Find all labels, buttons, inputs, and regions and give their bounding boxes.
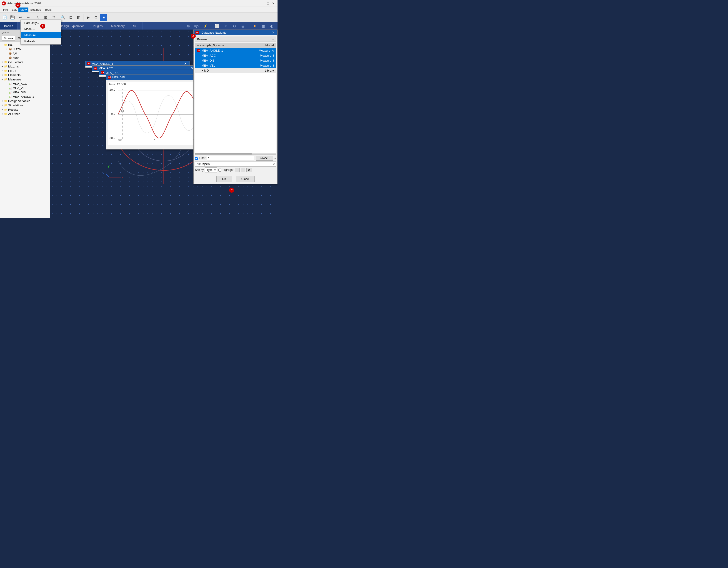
tree-toggle-results[interactable]: + — [1, 108, 4, 111]
db-filter-input[interactable] — [207, 156, 254, 160]
tab-tool-8[interactable]: ■ — [251, 22, 258, 30]
db-sortby-select[interactable]: Type — [205, 168, 217, 173]
db-browse-button[interactable]: Browse... — [256, 156, 273, 161]
app-icon: Ad — [2, 1, 6, 5]
canvas-area: x y z Ad MEA_ANGLE_1 ✕ Ad MEA_ACC ✕ — [50, 30, 278, 218]
db-row-mea-acc[interactable]: MEA_ACC Measure_I — [195, 53, 276, 58]
tree-label-mea-vel: MEA_VEL — [13, 86, 26, 90]
sidebar-tab-browse[interactable]: Browse — [2, 36, 15, 41]
minimize-button[interactable]: — — [260, 1, 265, 6]
menu-refresh[interactable]: Refresh — [21, 38, 61, 44]
tree-item-motions[interactable]: + 📁 Mo... ns — [0, 64, 50, 69]
view3d-button[interactable]: ◧ — [75, 14, 82, 21]
tree-item-simulations[interactable]: + 📁 Simulations — [0, 103, 50, 108]
db-minus-button[interactable]: - — [241, 168, 245, 172]
tree-item-mea-acc[interactable]: 📊 MEA_ACC — [0, 82, 50, 86]
tab-tool-7[interactable]: ◎ — [239, 22, 247, 30]
tree-label-design-vars: Design Variables — [8, 99, 30, 103]
tree-item-mea-vel[interactable]: 📊 MEA_VEL — [0, 86, 50, 90]
db-cell-mea-dis-name: MEA_DIS — [202, 59, 238, 62]
db-cell-mea-dis-type: Measure_I — [238, 59, 274, 62]
db-close-button[interactable]: Close — [236, 176, 255, 182]
db-object-type-select[interactable]: All Objects — [195, 162, 276, 167]
tree-item-am[interactable]: 📦 AM — [0, 51, 50, 56]
simulate-button[interactable]: ▶ — [85, 14, 92, 21]
tab-tool-3[interactable]: ⚡ — [202, 22, 209, 30]
tree-item-mea-angle[interactable]: 📊 MEA_ANGLE_1 — [0, 95, 50, 99]
tree-icon-llow: 📦 — [9, 48, 12, 51]
db-row-mea-dis[interactable]: MEA_DIS Measure_I — [195, 58, 276, 63]
tree-toggle-elements[interactable]: + — [1, 74, 4, 76]
fit-button[interactable]: ⊡ — [67, 14, 74, 21]
save-button[interactable]: 💾 — [9, 14, 16, 21]
menu-bar: File Edit View Settings Tools Part Only.… — [0, 7, 278, 13]
settings-button[interactable]: ⚙ — [92, 14, 100, 21]
db-row-spacer-dis — [197, 59, 200, 62]
tab-sim[interactable]: Si... — [129, 22, 142, 30]
tree-toggle-forces[interactable]: + — [1, 70, 4, 72]
tab-tool-2[interactable]: xyz — [193, 22, 200, 30]
tab-tool-5[interactable]: ○ — [222, 22, 229, 30]
tab-tool-10[interactable]: ◐ — [268, 22, 275, 30]
tab-tool-9[interactable]: ▦ — [260, 22, 267, 30]
tree-item-design-vars[interactable]: + 📁 Design Variables — [0, 99, 50, 103]
db-nav-close[interactable]: ✕ — [271, 31, 275, 34]
menu-view[interactable]: View — [18, 8, 28, 12]
mea-angle-close[interactable]: ✕ — [183, 62, 188, 65]
tab-bodies[interactable]: Bodies — [0, 22, 18, 30]
new-button[interactable]: 📄 — [1, 14, 8, 21]
db-highlight-checkbox[interactable] — [218, 169, 221, 172]
db-row-mdi[interactable]: + MDI Library — [195, 68, 276, 73]
tab-tool-4[interactable]: ⬜ — [213, 22, 221, 30]
menu-measure[interactable]: Measure... — [21, 32, 61, 38]
svg-text:7.5: 7.5 — [153, 138, 157, 141]
db-row-mea-vel[interactable]: MEA_VEL Measure_I — [195, 63, 276, 68]
db-browse-dropdown[interactable]: Browse ▾ — [195, 37, 276, 42]
tree-icon-measures: 📁 — [4, 78, 7, 81]
tree-toggle-simulations[interactable]: + — [1, 104, 4, 107]
tree-item-results[interactable]: + 📁 Results — [0, 108, 50, 112]
db-filter-checkbox[interactable] — [195, 157, 198, 160]
tree-item-all-other[interactable]: + 📁 All Other — [0, 112, 50, 116]
db-col1-header: − example_5_cams — [197, 44, 235, 47]
tree-label-elements: Elements — [8, 73, 20, 77]
tree-label-measures: Measures — [8, 78, 21, 81]
maximize-button[interactable]: □ — [266, 1, 270, 6]
tree-toggle-measures[interactable]: − — [1, 78, 4, 81]
tree-item-ound[interactable]: 📦 ound — [0, 56, 50, 60]
tree-toggle-motions[interactable]: + — [1, 65, 4, 68]
tab-tool-6[interactable]: ⊙ — [231, 22, 238, 30]
tab-machinery[interactable]: Machinery — [107, 22, 129, 30]
tree-item-connectors[interactable]: + 📁 Co... ectors — [0, 60, 50, 64]
tree-item-mea-dis[interactable]: 📊 MEA_DIS — [0, 90, 50, 95]
tree-toggle-bodies[interactable]: − — [1, 44, 4, 46]
tree-toggle-connectors[interactable]: + — [1, 61, 4, 63]
db-ok-button[interactable]: OK — [216, 176, 232, 182]
db-browse-arrow2[interactable]: ▾ — [274, 157, 276, 160]
tree-item-measures[interactable]: − 📁 Measures — [0, 77, 50, 82]
tree-item-elements[interactable]: + 📁 Elements — [0, 73, 50, 77]
bodies-icon[interactable]: ■ — [100, 14, 107, 21]
tree-toggle-llow[interactable]: + — [5, 48, 8, 50]
tree-toggle-design-vars[interactable]: + — [1, 100, 4, 102]
db-sortby-row: Sort by Type Highlight + - ✕ — [195, 168, 276, 173]
tree-item-llow[interactable]: + 📦 LLOW — [0, 47, 50, 51]
db-cell-mea-angle-name: MEA_ANGLE_1 — [202, 49, 238, 52]
tree-icon-forces: 📁 — [4, 69, 7, 72]
db-x-button[interactable]: ✕ — [246, 168, 252, 172]
db-row-mea-angle[interactable]: Ad MEA_ANGLE_1 Measure_A — [195, 48, 276, 53]
db-scrollbar-thumb[interactable] — [195, 153, 252, 155]
close-button[interactable]: ✕ — [271, 1, 276, 6]
tab-plugins[interactable]: Plugins — [89, 22, 107, 30]
db-scrollbar[interactable] — [195, 153, 276, 155]
menu-tools[interactable]: Tools — [43, 8, 53, 12]
menu-edit[interactable]: Edit — [10, 8, 18, 12]
db-nav-icon: Ad — [195, 31, 199, 34]
menu-file[interactable]: File — [1, 8, 10, 12]
tab-tool-1[interactable]: ⊕ — [185, 22, 192, 30]
db-plus-button[interactable]: + — [235, 168, 240, 172]
menu-settings[interactable]: Settings — [28, 8, 43, 12]
tree-item-forces[interactable]: + 📁 Fo... s — [0, 69, 50, 73]
tree-label-mea-acc: MEA_ACC — [13, 82, 27, 85]
tree-toggle-all-other[interactable]: + — [1, 113, 4, 115]
